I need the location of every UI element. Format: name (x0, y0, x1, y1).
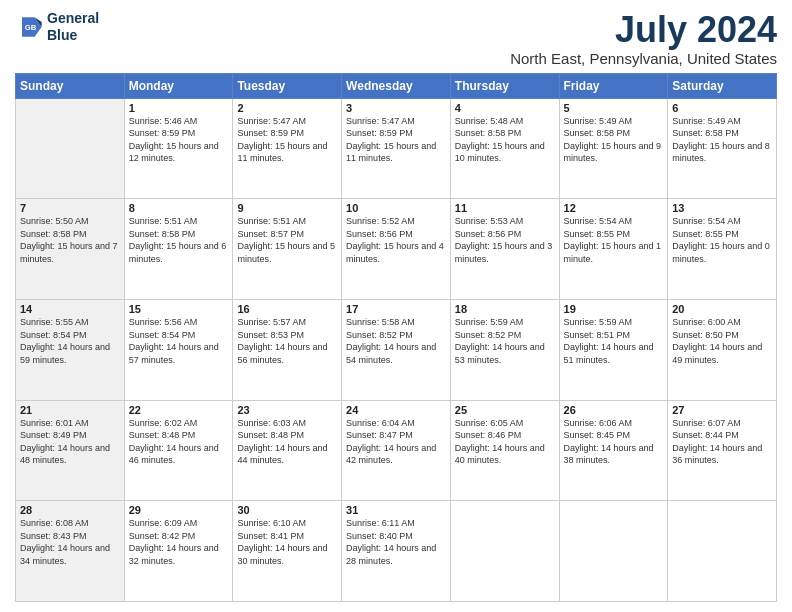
calendar-cell: 9 Sunrise: 5:51 AM Sunset: 8:57 PM Dayli… (233, 199, 342, 300)
day-number: 4 (455, 102, 555, 114)
weekday-header-sunday: Sunday (16, 73, 125, 98)
daylight-text: Daylight: 14 hours and 28 minutes. (346, 543, 436, 566)
daylight-text: Daylight: 15 hours and 6 minutes. (129, 241, 227, 264)
svg-text:GB: GB (25, 23, 37, 32)
daylight-text: Daylight: 14 hours and 56 minutes. (237, 342, 327, 365)
sunset-text: Sunset: 8:55 PM (564, 229, 631, 239)
sunrise-text: Sunrise: 6:03 AM (237, 418, 306, 428)
calendar-cell: 12 Sunrise: 5:54 AM Sunset: 8:55 PM Dayl… (559, 199, 668, 300)
daylight-text: Daylight: 14 hours and 57 minutes. (129, 342, 219, 365)
day-number: 24 (346, 404, 446, 416)
sunrise-text: Sunrise: 6:08 AM (20, 518, 89, 528)
daylight-text: Daylight: 15 hours and 3 minutes. (455, 241, 553, 264)
calendar-cell: 20 Sunrise: 6:00 AM Sunset: 8:50 PM Dayl… (668, 299, 777, 400)
calendar-cell: 10 Sunrise: 5:52 AM Sunset: 8:56 PM Dayl… (342, 199, 451, 300)
sunrise-text: Sunrise: 5:53 AM (455, 216, 524, 226)
sunrise-text: Sunrise: 5:59 AM (564, 317, 633, 327)
sunrise-text: Sunrise: 5:56 AM (129, 317, 198, 327)
day-number: 20 (672, 303, 772, 315)
day-info: Sunrise: 6:06 AM Sunset: 8:45 PM Dayligh… (564, 417, 664, 467)
daylight-text: Daylight: 15 hours and 5 minutes. (237, 241, 335, 264)
header: GB General Blue July 2024 North East, Pe… (15, 10, 777, 67)
daylight-text: Daylight: 15 hours and 4 minutes. (346, 241, 444, 264)
day-number: 1 (129, 102, 229, 114)
daylight-text: Daylight: 14 hours and 34 minutes. (20, 543, 110, 566)
sunset-text: Sunset: 8:58 PM (672, 128, 739, 138)
calendar-table: SundayMondayTuesdayWednesdayThursdayFrid… (15, 73, 777, 602)
daylight-text: Daylight: 14 hours and 32 minutes. (129, 543, 219, 566)
sunset-text: Sunset: 8:52 PM (455, 330, 522, 340)
sunrise-text: Sunrise: 5:54 AM (564, 216, 633, 226)
day-info: Sunrise: 5:54 AM Sunset: 8:55 PM Dayligh… (564, 215, 664, 265)
day-number: 21 (20, 404, 120, 416)
calendar-cell: 30 Sunrise: 6:10 AM Sunset: 8:41 PM Dayl… (233, 501, 342, 602)
main-title: July 2024 (510, 10, 777, 50)
sunrise-text: Sunrise: 6:04 AM (346, 418, 415, 428)
sunrise-text: Sunrise: 5:54 AM (672, 216, 741, 226)
day-number: 12 (564, 202, 664, 214)
day-number: 3 (346, 102, 446, 114)
sunset-text: Sunset: 8:51 PM (564, 330, 631, 340)
day-number: 31 (346, 504, 446, 516)
week-row-1: 7 Sunrise: 5:50 AM Sunset: 8:58 PM Dayli… (16, 199, 777, 300)
sunrise-text: Sunrise: 5:47 AM (346, 116, 415, 126)
day-info: Sunrise: 5:50 AM Sunset: 8:58 PM Dayligh… (20, 215, 120, 265)
day-info: Sunrise: 6:05 AM Sunset: 8:46 PM Dayligh… (455, 417, 555, 467)
sunrise-text: Sunrise: 6:05 AM (455, 418, 524, 428)
day-info: Sunrise: 5:59 AM Sunset: 8:51 PM Dayligh… (564, 316, 664, 366)
sunset-text: Sunset: 8:48 PM (129, 430, 196, 440)
day-number: 5 (564, 102, 664, 114)
daylight-text: Daylight: 14 hours and 40 minutes. (455, 443, 545, 466)
sunrise-text: Sunrise: 6:11 AM (346, 518, 415, 528)
calendar-cell: 1 Sunrise: 5:46 AM Sunset: 8:59 PM Dayli… (124, 98, 233, 199)
day-number: 10 (346, 202, 446, 214)
sunset-text: Sunset: 8:41 PM (237, 531, 304, 541)
calendar-cell: 8 Sunrise: 5:51 AM Sunset: 8:58 PM Dayli… (124, 199, 233, 300)
day-number: 7 (20, 202, 120, 214)
day-number: 15 (129, 303, 229, 315)
weekday-header-wednesday: Wednesday (342, 73, 451, 98)
day-number: 11 (455, 202, 555, 214)
calendar-cell: 16 Sunrise: 5:57 AM Sunset: 8:53 PM Dayl… (233, 299, 342, 400)
day-info: Sunrise: 5:47 AM Sunset: 8:59 PM Dayligh… (346, 115, 446, 165)
day-number: 25 (455, 404, 555, 416)
calendar-cell: 29 Sunrise: 6:09 AM Sunset: 8:42 PM Dayl… (124, 501, 233, 602)
daylight-text: Daylight: 14 hours and 54 minutes. (346, 342, 436, 365)
day-number: 13 (672, 202, 772, 214)
calendar-cell (559, 501, 668, 602)
day-number: 6 (672, 102, 772, 114)
calendar-cell: 6 Sunrise: 5:49 AM Sunset: 8:58 PM Dayli… (668, 98, 777, 199)
calendar-cell (668, 501, 777, 602)
weekday-header-thursday: Thursday (450, 73, 559, 98)
weekday-header-saturday: Saturday (668, 73, 777, 98)
sunrise-text: Sunrise: 5:51 AM (237, 216, 306, 226)
calendar-cell: 26 Sunrise: 6:06 AM Sunset: 8:45 PM Dayl… (559, 400, 668, 501)
calendar-cell: 31 Sunrise: 6:11 AM Sunset: 8:40 PM Dayl… (342, 501, 451, 602)
sunrise-text: Sunrise: 5:52 AM (346, 216, 415, 226)
day-number: 14 (20, 303, 120, 315)
sunset-text: Sunset: 8:55 PM (672, 229, 739, 239)
sunrise-text: Sunrise: 5:55 AM (20, 317, 89, 327)
day-number: 16 (237, 303, 337, 315)
daylight-text: Daylight: 15 hours and 10 minutes. (455, 141, 545, 164)
day-info: Sunrise: 6:09 AM Sunset: 8:42 PM Dayligh… (129, 517, 229, 567)
day-number: 19 (564, 303, 664, 315)
calendar-cell: 24 Sunrise: 6:04 AM Sunset: 8:47 PM Dayl… (342, 400, 451, 501)
sunrise-text: Sunrise: 5:58 AM (346, 317, 415, 327)
weekday-header-tuesday: Tuesday (233, 73, 342, 98)
calendar-cell: 11 Sunrise: 5:53 AM Sunset: 8:56 PM Dayl… (450, 199, 559, 300)
daylight-text: Daylight: 14 hours and 48 minutes. (20, 443, 110, 466)
week-row-4: 28 Sunrise: 6:08 AM Sunset: 8:43 PM Dayl… (16, 501, 777, 602)
logo: GB General Blue (15, 10, 99, 44)
weekday-header-row: SundayMondayTuesdayWednesdayThursdayFrid… (16, 73, 777, 98)
daylight-text: Daylight: 15 hours and 0 minutes. (672, 241, 770, 264)
sunset-text: Sunset: 8:43 PM (20, 531, 87, 541)
calendar-cell: 7 Sunrise: 5:50 AM Sunset: 8:58 PM Dayli… (16, 199, 125, 300)
day-number: 27 (672, 404, 772, 416)
daylight-text: Daylight: 14 hours and 44 minutes. (237, 443, 327, 466)
daylight-text: Daylight: 15 hours and 11 minutes. (346, 141, 436, 164)
sunset-text: Sunset: 8:50 PM (672, 330, 739, 340)
weekday-header-friday: Friday (559, 73, 668, 98)
day-number: 29 (129, 504, 229, 516)
sunset-text: Sunset: 8:57 PM (237, 229, 304, 239)
